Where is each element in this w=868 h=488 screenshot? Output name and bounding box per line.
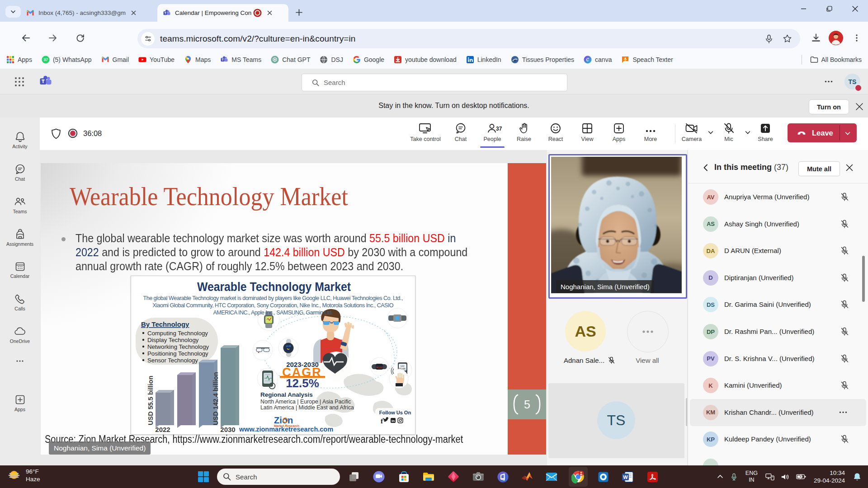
tab-search-button[interactable] bbox=[5, 6, 21, 18]
bookmark-tissues-properties[interactable]: It Tissues Properties bbox=[511, 56, 574, 64]
sidebar-item-chat[interactable]: Chat bbox=[0, 164, 40, 182]
self-video-tile[interactable]: TS bbox=[548, 383, 684, 458]
teams-settings-menu-icon[interactable] bbox=[822, 77, 835, 86]
mic-off-icon[interactable] bbox=[840, 327, 849, 336]
site-info-icon[interactable] bbox=[141, 32, 155, 46]
reload-button[interactable] bbox=[70, 28, 90, 48]
sidebar-more-button[interactable] bbox=[0, 360, 40, 362]
window-minimize-button[interactable] bbox=[791, 0, 816, 17]
mic-off-icon[interactable] bbox=[840, 381, 849, 390]
profile-avatar[interactable] bbox=[826, 28, 846, 48]
mail-button[interactable] bbox=[544, 469, 559, 484]
participant-row[interactable]: K Kamini (Unverified) bbox=[690, 372, 866, 399]
shield-icon[interactable] bbox=[51, 128, 61, 140]
attendee-avatar[interactable]: AS bbox=[565, 311, 606, 352]
tray-mic-icon[interactable] bbox=[730, 473, 738, 481]
voice-search-icon[interactable] bbox=[764, 34, 774, 43]
participant-row[interactable] bbox=[690, 453, 866, 465]
word-button[interactable]: W bbox=[620, 469, 635, 484]
tab-teams-active[interactable]: Calendar | Empowering Con bbox=[157, 4, 288, 22]
mic-off-icon[interactable] bbox=[840, 354, 849, 363]
back-button[interactable] bbox=[15, 28, 36, 48]
turn-on-button[interactable]: Turn on bbox=[809, 99, 849, 114]
file-explorer-button[interactable] bbox=[421, 469, 436, 484]
language-indicator[interactable]: ENGIN bbox=[745, 470, 758, 483]
back-icon[interactable] bbox=[702, 164, 710, 172]
bookmark-canva[interactable]: canva bbox=[584, 56, 612, 64]
url-bar[interactable]: teams.microsoft.com/v2/?culture=en-in&co… bbox=[137, 29, 800, 48]
bookmark-maps[interactable]: Maps bbox=[184, 56, 211, 64]
app-diamond-button[interactable] bbox=[446, 469, 461, 484]
tab-close-icon[interactable] bbox=[129, 9, 137, 17]
tray-chevron-icon[interactable] bbox=[717, 473, 724, 480]
battery-icon[interactable] bbox=[796, 473, 806, 480]
browser-menu-icon[interactable] bbox=[846, 28, 867, 48]
sidebar-item-apps[interactable]: Apps bbox=[0, 394, 40, 412]
speaker-video-tile[interactable]: Noghanian, Sima (Unverified) bbox=[548, 154, 687, 299]
participant-row[interactable]: KM Krishan Chandr... (Unverified) bbox=[690, 399, 866, 426]
view-button[interactable]: View bbox=[571, 122, 604, 148]
leave-chevron-icon[interactable] bbox=[844, 130, 851, 136]
bookmark-ms-teams[interactable]: MS Teams bbox=[220, 56, 261, 64]
acrobat-button[interactable] bbox=[645, 469, 660, 484]
taskbar-search[interactable]: Search bbox=[217, 469, 340, 485]
sidebar-item-calendar[interactable]: Calendar bbox=[0, 261, 40, 279]
bookmark-gmail[interactable]: Gmail bbox=[101, 56, 129, 64]
bookmark-linkedin[interactable]: LinkedIn bbox=[466, 56, 501, 64]
participant-row[interactable]: KP Kuldeep Pandey (Unverified) bbox=[690, 426, 866, 453]
take-control-button[interactable]: Take control bbox=[409, 122, 442, 148]
mic-off-icon[interactable] bbox=[840, 220, 849, 229]
teams-logo[interactable] bbox=[39, 75, 52, 88]
share-button[interactable]: Share bbox=[749, 122, 782, 148]
taskbar-clock[interactable]: 10:3429-04-2024 bbox=[814, 469, 845, 484]
sidebar-item-assignments[interactable]: Assignments bbox=[0, 229, 40, 247]
bookmark-star-icon[interactable] bbox=[783, 34, 792, 43]
start-button[interactable] bbox=[196, 469, 211, 484]
bookmark-chatgpt[interactable]: Chat GPT bbox=[271, 56, 310, 64]
bookmark-dsj[interactable]: DSJ bbox=[320, 56, 343, 64]
sidebar-item-calls[interactable]: Calls bbox=[0, 293, 40, 311]
banner-close-icon[interactable] bbox=[855, 102, 864, 111]
camera-app-button[interactable] bbox=[471, 469, 486, 484]
volume-icon[interactable] bbox=[781, 473, 790, 481]
people-button[interactable]: People 37 bbox=[476, 122, 509, 148]
leave-button[interactable]: Leave bbox=[788, 123, 857, 142]
mic-off-icon[interactable] bbox=[840, 246, 849, 255]
downloads-icon[interactable] bbox=[806, 28, 826, 48]
bookmark-speech-texter[interactable]: Speach Texter bbox=[621, 56, 673, 64]
waffle-menu-icon[interactable] bbox=[13, 75, 26, 89]
bookmark-youtube[interactable]: YouTube bbox=[138, 56, 175, 64]
taskbar-weather-widget[interactable]: 96°FHaze bbox=[6, 468, 40, 483]
mic-off-icon[interactable] bbox=[840, 435, 849, 444]
mic-off-icon[interactable] bbox=[840, 273, 849, 282]
tab-gmail[interactable]: Inbox (4,765) - acsingh333@gm bbox=[26, 4, 154, 22]
mute-all-button[interactable]: Mute all bbox=[798, 161, 840, 176]
mic-off-icon[interactable] bbox=[840, 300, 849, 309]
participant-menu-icon[interactable] bbox=[837, 408, 849, 417]
photos-button[interactable] bbox=[596, 469, 610, 484]
participant-row[interactable]: DP Dr. Rashmi Pan... (Unverified) bbox=[690, 318, 866, 345]
participant-row[interactable]: PV Dr. S. Krishna V... (Unverified) bbox=[690, 345, 866, 372]
bookmark-whatsapp[interactable]: 37 (5) WhatsApp bbox=[42, 56, 92, 64]
network-icon[interactable] bbox=[765, 473, 774, 481]
more-button[interactable]: More bbox=[634, 122, 667, 148]
forward-button[interactable] bbox=[42, 28, 63, 48]
notification-bell-icon[interactable] bbox=[853, 472, 862, 481]
all-bookmarks-button[interactable]: All Bookmarks bbox=[793, 55, 862, 65]
mic-off-icon[interactable] bbox=[840, 192, 849, 202]
matlab-button[interactable] bbox=[520, 469, 534, 484]
participant-row[interactable]: D Diptiranjan (Unverified) bbox=[690, 264, 866, 291]
participant-row[interactable]: AS Ashay Singh (Unverified) bbox=[690, 211, 866, 238]
raise-hand-button[interactable]: Raise bbox=[508, 122, 540, 148]
bookmark-apps[interactable]: Apps bbox=[6, 56, 32, 64]
view-all-button[interactable] bbox=[627, 311, 669, 352]
chrome-button[interactable] bbox=[571, 469, 585, 484]
sidebar-item-activity[interactable]: Activity bbox=[0, 131, 40, 149]
teams-chat-button[interactable] bbox=[372, 469, 386, 484]
teams-search-input[interactable]: Search bbox=[302, 74, 567, 91]
bookmark-google[interactable]: Google bbox=[353, 56, 384, 64]
tab-close-icon[interactable] bbox=[265, 9, 274, 17]
participant-row[interactable]: DA D ARUN (External) bbox=[690, 237, 866, 264]
panel-scrollbar[interactable] bbox=[862, 256, 865, 302]
react-button[interactable]: React bbox=[539, 122, 572, 148]
